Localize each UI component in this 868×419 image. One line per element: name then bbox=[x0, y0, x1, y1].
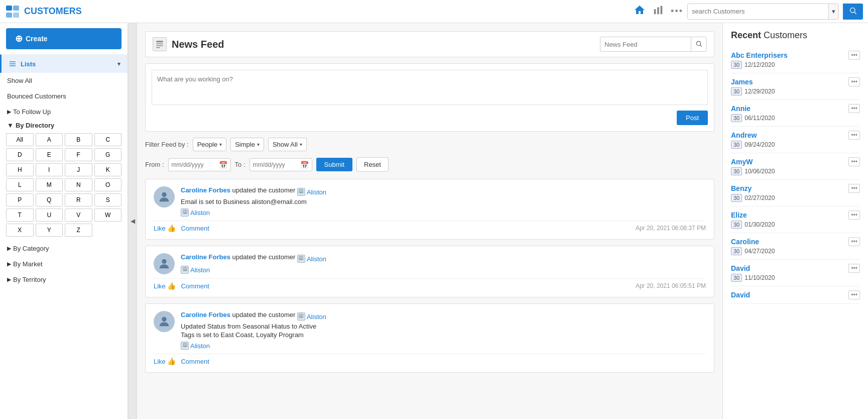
dir-btn-h[interactable]: H bbox=[6, 163, 34, 176]
filter-show-all-dropdown[interactable]: Show All ▾ bbox=[268, 138, 307, 151]
comment-button-2[interactable]: Comment bbox=[181, 282, 209, 290]
reset-button[interactable]: Reset bbox=[356, 157, 389, 172]
recent-customer-name-0[interactable]: Abc Enterprisers bbox=[731, 51, 788, 59]
recent-customer-menu-2[interactable]: ••• bbox=[848, 104, 860, 113]
dir-btn-m[interactable]: M bbox=[36, 178, 63, 191]
dir-btn-all[interactable]: All bbox=[6, 133, 34, 146]
create-button[interactable]: ⊕ Create bbox=[6, 28, 121, 49]
filter-simple-dropdown[interactable]: Simple ▾ bbox=[230, 138, 264, 151]
like-label-2: Like bbox=[154, 282, 166, 290]
dir-btn-n[interactable]: N bbox=[65, 178, 92, 191]
dir-btn-v[interactable]: V bbox=[65, 208, 92, 222]
comment-button-3[interactable]: Comment bbox=[181, 358, 209, 365]
feed-sub-link-3[interactable]: 🏢 Aliston bbox=[181, 342, 210, 350]
dir-btn-q[interactable]: Q bbox=[36, 193, 63, 206]
recent-customer-name-9[interactable]: David bbox=[731, 291, 750, 299]
recent-customer-menu-0[interactable]: ••• bbox=[848, 51, 860, 60]
sidebar-item-show-all[interactable]: Show All bbox=[0, 73, 128, 88]
dir-btn-a[interactable]: A bbox=[36, 133, 63, 146]
post-textarea[interactable] bbox=[152, 70, 708, 105]
recent-customer-name-5[interactable]: Benzy bbox=[731, 184, 752, 192]
dir-btn-w[interactable]: W bbox=[94, 208, 122, 222]
to-calendar-icon[interactable]: 📅 bbox=[300, 161, 309, 169]
dir-btn-j[interactable]: J bbox=[65, 163, 92, 176]
feed-item-1: Caroline Forbes updated the customer 🏢 A… bbox=[145, 179, 714, 240]
dir-btn-k[interactable]: K bbox=[94, 163, 122, 176]
sidebar-by-directory-header[interactable]: ▼ By Directory bbox=[0, 120, 128, 131]
search-button[interactable] bbox=[843, 4, 863, 20]
dir-btn-b[interactable]: B bbox=[65, 133, 92, 146]
search-input[interactable] bbox=[688, 8, 828, 15]
sidebar-item-bounced-customers[interactable]: Bounced Customers bbox=[0, 88, 128, 104]
recent-customer-menu-9[interactable]: ••• bbox=[848, 290, 860, 299]
sidebar-lists-header[interactable]: Lists ▾ bbox=[0, 54, 128, 73]
dir-btn-x[interactable]: X bbox=[6, 224, 34, 237]
dir-btn-d[interactable]: D bbox=[6, 148, 34, 161]
sidebar-item-to-follow-up[interactable]: ▶ To Follow Up bbox=[0, 104, 128, 120]
dir-btn-r[interactable]: R bbox=[65, 193, 92, 206]
filter-people-dropdown[interactable]: People ▾ bbox=[193, 138, 226, 151]
dir-btn-i[interactable]: I bbox=[36, 163, 63, 176]
dir-btn-p[interactable]: P bbox=[6, 193, 34, 206]
recent-customer-4: AmyW ••• 30 10/06/2020 bbox=[731, 153, 860, 180]
dir-btn-z[interactable]: Z bbox=[65, 224, 92, 237]
news-feed-search-input[interactable] bbox=[600, 41, 691, 48]
to-date-field[interactable] bbox=[253, 161, 298, 168]
feed-author-1[interactable]: Caroline Forbes bbox=[181, 186, 230, 194]
feed-customer-link-3[interactable]: 🏢 Aliston bbox=[297, 312, 326, 321]
sidebar-item-by-market[interactable]: ▶ By Market bbox=[0, 256, 128, 272]
dir-btn-e[interactable]: E bbox=[36, 148, 63, 161]
recent-customer-name-2[interactable]: Annie bbox=[731, 104, 751, 113]
dir-btn-o[interactable]: O bbox=[94, 178, 122, 191]
feed-customer-link-1[interactable]: 🏢 Aliston bbox=[297, 188, 326, 196]
feed-sub-link-1[interactable]: 🏢 Aliston bbox=[181, 208, 210, 217]
post-button[interactable]: Post bbox=[677, 111, 708, 125]
dir-btn-l[interactable]: L bbox=[6, 178, 34, 191]
recent-customer-name-7[interactable]: Caroline bbox=[731, 238, 759, 246]
recent-customer-menu-7[interactable]: ••• bbox=[848, 237, 860, 246]
recent-customer-menu-4[interactable]: ••• bbox=[848, 157, 860, 166]
recent-customer-name-6[interactable]: Elize bbox=[731, 211, 747, 219]
like-button-1[interactable]: Like 👍 bbox=[154, 224, 176, 232]
feed-item-3: Caroline Forbes updated the customer 🏢 A… bbox=[145, 303, 714, 373]
global-search[interactable]: ▾ bbox=[687, 4, 839, 20]
from-date-field[interactable] bbox=[172, 161, 217, 168]
from-date-input[interactable]: 📅 bbox=[168, 158, 231, 171]
recent-customer-menu-6[interactable]: ••• bbox=[848, 211, 860, 220]
create-label: Create bbox=[26, 35, 48, 43]
bar-chart-icon[interactable] bbox=[653, 5, 664, 18]
dir-btn-c[interactable]: C bbox=[94, 133, 122, 146]
recent-customer-name-4[interactable]: AmyW bbox=[731, 158, 753, 166]
feed-author-3[interactable]: Caroline Forbes bbox=[181, 311, 230, 319]
feed-sub-link-2[interactable]: 🏢 Aliston bbox=[181, 266, 210, 274]
search-dropdown-btn[interactable]: ▾ bbox=[828, 4, 838, 19]
dir-btn-u[interactable]: U bbox=[36, 208, 63, 222]
recent-customer-name-3[interactable]: Andrew bbox=[731, 131, 757, 139]
from-calendar-icon[interactable]: 📅 bbox=[219, 161, 227, 169]
like-button-3[interactable]: Like 👍 bbox=[154, 357, 176, 365]
recent-customer-menu-1[interactable]: ••• bbox=[848, 77, 860, 86]
dir-btn-y[interactable]: Y bbox=[36, 224, 63, 237]
dir-btn-f[interactable]: F bbox=[65, 148, 92, 161]
sidebar-item-by-category[interactable]: ▶ By Category bbox=[0, 241, 128, 256]
dir-btn-t[interactable]: T bbox=[6, 208, 34, 222]
news-feed-search[interactable] bbox=[600, 37, 707, 52]
more-icon[interactable]: ••• bbox=[671, 6, 683, 17]
submit-button[interactable]: Submit bbox=[316, 158, 352, 171]
recent-customer-menu-5[interactable]: ••• bbox=[848, 184, 860, 193]
dir-btn-s[interactable]: S bbox=[94, 193, 122, 206]
recent-customer-menu-3[interactable]: ••• bbox=[848, 131, 860, 140]
dir-btn-g[interactable]: G bbox=[94, 148, 122, 161]
news-feed-search-btn[interactable] bbox=[691, 37, 706, 51]
feed-author-2[interactable]: Caroline Forbes bbox=[181, 253, 230, 261]
like-button-2[interactable]: Like 👍 bbox=[154, 282, 176, 290]
sidebar-item-by-territory[interactable]: ▶ By Territory bbox=[0, 272, 128, 287]
to-date-input[interactable]: 📅 bbox=[250, 158, 312, 171]
comment-button-1[interactable]: Comment bbox=[181, 225, 209, 232]
recent-customer-menu-8[interactable]: ••• bbox=[848, 264, 860, 273]
collapse-handle[interactable]: ◀ bbox=[128, 23, 137, 419]
recent-customer-name-1[interactable]: James bbox=[731, 78, 753, 86]
feed-customer-link-2[interactable]: 🏢 Aliston bbox=[297, 255, 326, 263]
recent-customer-name-8[interactable]: David bbox=[731, 264, 750, 272]
home-icon[interactable] bbox=[634, 4, 646, 19]
